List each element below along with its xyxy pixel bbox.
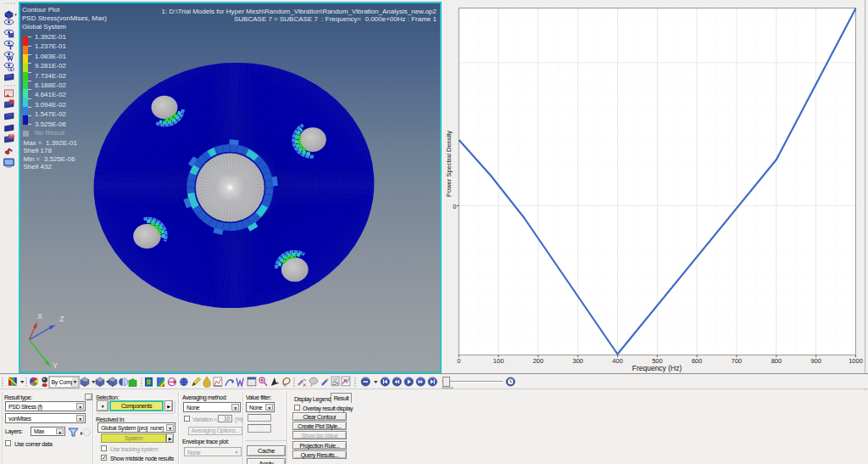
svg-text:0: 0: [453, 203, 456, 210]
svg-text:124: 124: [332, 382, 339, 386]
svg-text:900: 900: [810, 357, 821, 365]
svg-text:300: 300: [573, 357, 584, 365]
svg-text:600: 600: [692, 357, 703, 365]
svg-text:400: 400: [612, 357, 623, 365]
svg-text:0: 0: [457, 357, 460, 365]
svg-text:200: 200: [533, 357, 544, 365]
svg-text:Frequency (Hz): Frequency (Hz): [632, 364, 682, 372]
svg-text:800: 800: [771, 357, 782, 365]
svg-text:1000: 1000: [849, 357, 863, 365]
svg-text:By Comp: By Comp: [52, 379, 75, 386]
svg-text:X: X: [37, 311, 43, 321]
svg-text:Y: Y: [53, 361, 58, 370]
svg-text:700: 700: [732, 357, 743, 365]
svg-text:Z: Z: [59, 314, 64, 323]
svg-text:100: 100: [493, 357, 504, 365]
svg-text:Power Spectral Density: Power Spectral Density: [445, 131, 453, 197]
